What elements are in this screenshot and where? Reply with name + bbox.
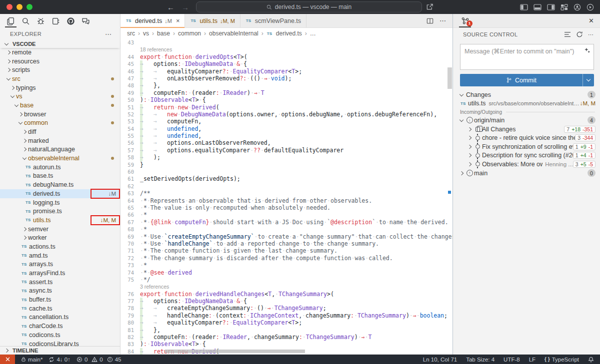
scm-group-origin/main[interactable]: ↓origin/main4 bbox=[453, 116, 600, 125]
breadcrumb-part[interactable]: src bbox=[127, 30, 135, 37]
status-warning[interactable]: 0 bbox=[92, 357, 102, 363]
code-line[interactable]: 56→→options.onLastObserverRemoved, bbox=[120, 139, 452, 146]
scm-group-main[interactable]: ↑main0 bbox=[453, 169, 600, 178]
tree-item-resources[interactable]: resources bbox=[0, 57, 120, 66]
scm-item[interactable]: All Changes7+18-351 bbox=[453, 125, 600, 134]
forward-icon[interactable]: → bbox=[182, 3, 189, 11]
tree-item-cancellation.ts[interactable]: TScancellation.ts bbox=[0, 313, 120, 322]
breadcrumb-more[interactable]: … bbox=[310, 30, 316, 37]
code-line[interactable]: 70·*·Use·`handleChange`·to·add·a·reporte… bbox=[120, 240, 452, 247]
minimize-window-button[interactable] bbox=[16, 4, 22, 10]
status-ln-10-col-71[interactable]: Ln 10, Col 71 bbox=[423, 357, 457, 363]
tree-item-semver[interactable]: semver bbox=[0, 225, 120, 234]
code-line[interactable]: 82→computeFn:·(reader:·IReader,·changeSu… bbox=[120, 334, 452, 341]
debug-icon[interactable] bbox=[36, 14, 46, 27]
view-mode-icon[interactable] bbox=[564, 31, 571, 37]
toggle-panel-icon[interactable] bbox=[534, 4, 542, 10]
breadcrumb-part[interactable]: base bbox=[157, 30, 170, 37]
back-icon[interactable]: ← bbox=[167, 3, 174, 11]
status-lock[interactable]: main* bbox=[21, 357, 42, 363]
tree-item-observableInternal[interactable]: observableInternal bbox=[0, 154, 120, 163]
explorer-more-icon[interactable]: ⋯ bbox=[105, 30, 120, 38]
tree-item-codicons.ts[interactable]: TScodicons.ts bbox=[0, 331, 120, 340]
status-tab-size-4[interactable]: Tab Size: 4 bbox=[466, 357, 494, 363]
scm-item[interactable]: Observables: More ownersHenning ...3+5-5 bbox=[453, 160, 600, 169]
status-error[interactable]: 0 bbox=[76, 357, 88, 363]
search-icon[interactable] bbox=[20, 14, 31, 27]
tab-scmViewPane.ts[interactable]: TSscmViewPane.ts bbox=[240, 14, 306, 27]
tree-item-assert.ts[interactable]: TSassert.ts bbox=[0, 278, 120, 287]
breadcrumb-part[interactable]: vs bbox=[143, 30, 149, 37]
code-line[interactable]: 75·*/ bbox=[120, 276, 452, 283]
code-line[interactable]: 50):·IObservable<T>·{ bbox=[120, 96, 452, 103]
plugin-icon[interactable] bbox=[50, 14, 61, 27]
code-line[interactable]: 62 bbox=[120, 183, 452, 190]
code-line[interactable]: 79→→handleChange:·(context:·IChangeConte… bbox=[120, 312, 452, 319]
changes-section-header[interactable]: Changes1 bbox=[453, 90, 600, 99]
code-line[interactable]: 46→→equalityComparer?:·EqualityComparer<… bbox=[120, 68, 452, 75]
tree-item-browser[interactable]: browser bbox=[0, 110, 120, 119]
code-line[interactable]: 54→→undefined, bbox=[120, 125, 452, 132]
code-line[interactable]: 73·* bbox=[120, 262, 452, 269]
code-line[interactable]: 49→computeFn:·(reader:·IReader)·⇒·T bbox=[120, 89, 452, 96]
tree-item-naturalLanguage[interactable]: naturalLanguage bbox=[0, 145, 120, 154]
code-line[interactable]: 45→options:·IDebugNameData·&·{ bbox=[120, 60, 452, 67]
change-file-utils.ts[interactable]: TSutils.tssrc/vs/base/common/observableI… bbox=[453, 99, 600, 108]
code-line[interactable]: 77→options:·IDebugNameData·&·{ bbox=[120, 298, 452, 305]
commit-dropdown[interactable] bbox=[582, 74, 594, 86]
code-line[interactable]: 80→→equalityComparer?:·EqualityComparer<… bbox=[120, 319, 452, 326]
scm-item[interactable]: Fix synchronization of scrolling event .… bbox=[453, 142, 600, 151]
breadcrumb-part[interactable]: common bbox=[178, 30, 201, 37]
tree-item-codiconsLibrary.ts[interactable]: TScodiconsLibrary.ts bbox=[0, 340, 120, 346]
status-bell[interactable] bbox=[588, 357, 594, 363]
tree-item-autorun.ts[interactable]: TSautorun.ts bbox=[0, 163, 120, 172]
refresh-icon[interactable] bbox=[576, 31, 583, 38]
tree-item-src[interactable]: src bbox=[0, 74, 120, 83]
code-line[interactable]: 59} bbox=[120, 161, 452, 168]
code-line[interactable]: 58→); bbox=[120, 154, 452, 161]
remote-indicator[interactable] bbox=[0, 355, 15, 364]
more-actions-icon[interactable]: ⋯ bbox=[440, 17, 446, 24]
codelens-row[interactable]: 3 references bbox=[120, 283, 452, 290]
code-line[interactable]: 66·* bbox=[120, 211, 452, 218]
manage-icon[interactable] bbox=[586, 3, 594, 11]
breadcrumb-file[interactable]: derived.ts bbox=[276, 30, 302, 37]
vertical-scrollbar[interactable] bbox=[448, 67, 452, 89]
tree-item-scripts[interactable]: scripts bbox=[0, 65, 120, 74]
commit-message-input[interactable]: Message (⌘Enter to commit on "main") bbox=[460, 44, 594, 70]
close-tab-icon[interactable]: × bbox=[176, 17, 180, 24]
tree-item-async.ts[interactable]: TSasync.ts bbox=[0, 287, 120, 296]
tree-item-base.ts[interactable]: TSbase.ts bbox=[0, 172, 120, 181]
code-editor[interactable]: 4318 references44export·function·derived… bbox=[120, 39, 452, 355]
tree-item-arrays.ts[interactable]: TSarrays.ts bbox=[0, 260, 120, 269]
tree-item-remote[interactable]: remote bbox=[0, 48, 120, 57]
breadcrumb[interactable]: src›vs›base›common›observableInternal›TS… bbox=[120, 28, 452, 39]
tree-item-arraysFind.ts[interactable]: TSarraysFind.ts bbox=[0, 269, 120, 278]
tree-item-cache.ts[interactable]: TScache.ts bbox=[0, 304, 120, 313]
code-line[interactable]: 72·*·The·change·summary·is·discarded·aft… bbox=[120, 255, 452, 262]
tab-utils.ts[interactable]: TSutils.ts↓M, M bbox=[185, 14, 240, 27]
close-panel-icon[interactable]: ✕ bbox=[588, 17, 594, 24]
code-line[interactable]: 47→→onLastObserverRemoved?:·(()·⇒·void); bbox=[120, 75, 452, 82]
tree-item-common[interactable]: common bbox=[0, 119, 120, 128]
account-icon[interactable] bbox=[574, 3, 581, 11]
code-line[interactable]: 69·*·Use·`createEmptyChangeSummary`·to·c… bbox=[120, 233, 452, 240]
code-line[interactable]: 61_setDerivedOpts(derivedOpts); bbox=[120, 175, 452, 182]
source-control-tab-icon[interactable]: 1 bbox=[459, 14, 471, 27]
tree-item-marked[interactable]: marked bbox=[0, 136, 120, 145]
code-line[interactable]: 76export·function·derivedHandleChanges<T… bbox=[120, 291, 452, 298]
horizontal-scrollbar[interactable] bbox=[165, 350, 305, 353]
code-line[interactable]: 53→→computeFn, bbox=[120, 118, 452, 125]
toggle-sidebar-right-icon[interactable] bbox=[547, 4, 555, 10]
status-lf[interactable]: LF bbox=[529, 357, 536, 363]
workspace-root[interactable]: VSCODE bbox=[0, 40, 120, 48]
code-line[interactable]: 81→}, bbox=[120, 327, 452, 334]
code-line[interactable]: 43 bbox=[120, 39, 452, 46]
code-line[interactable]: 78→→createEmptyChangeSummary:·()·⇒·TChan… bbox=[120, 305, 452, 312]
scm-item[interactable]: chore - retire quick voice since there .… bbox=[453, 133, 600, 142]
tree-item-diff[interactable]: diff bbox=[0, 127, 120, 136]
code-line[interactable]: 44export·function·derivedOpts<T>( bbox=[120, 53, 452, 60]
tree-item-debugName.ts[interactable]: TSdebugName.ts bbox=[0, 180, 120, 189]
code-line[interactable]: 60 bbox=[120, 168, 452, 175]
code-line[interactable]: 51→return·new·Derived( bbox=[120, 104, 452, 111]
